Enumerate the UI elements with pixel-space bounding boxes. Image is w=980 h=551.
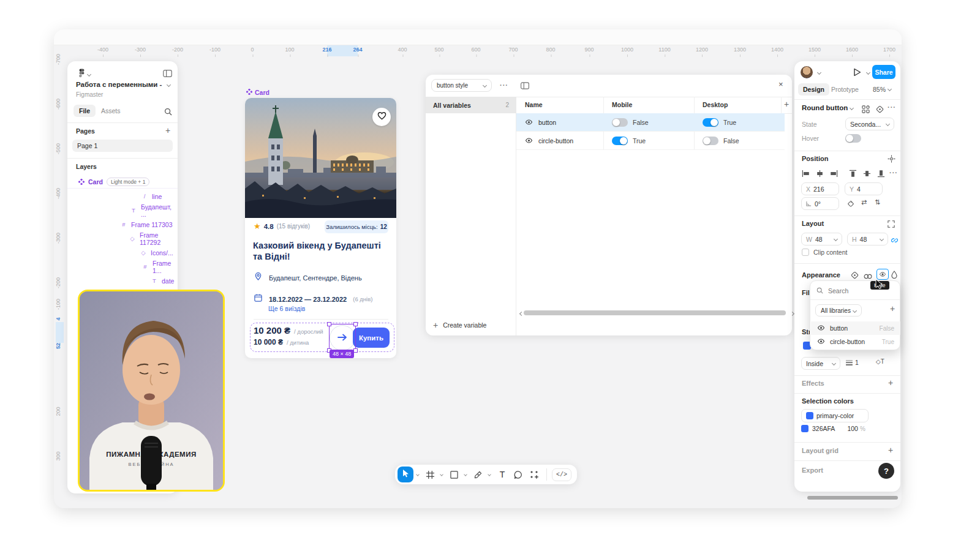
opacity-value[interactable]: 100 — [847, 425, 858, 432]
frame-tool[interactable] — [423, 467, 437, 482]
flip-horizontal-icon[interactable]: ⇄ — [861, 198, 867, 206]
layer-item[interactable]: /line — [67, 189, 178, 203]
state-dropdown[interactable]: Seconda... — [845, 118, 894, 130]
layer-item[interactable]: #Frame 1... — [67, 260, 178, 274]
tab-prototype[interactable]: Prototype — [826, 83, 864, 96]
column-header-name[interactable]: Name — [525, 101, 543, 108]
variable-row[interactable]: circle-button True False — [516, 132, 785, 150]
clip-content-checkbox[interactable] — [802, 249, 809, 256]
selection-handle-ne[interactable] — [353, 322, 358, 326]
canvas-scrollbar[interactable] — [807, 496, 898, 500]
stroke-position-dropdown[interactable]: Inside — [801, 357, 840, 370]
popover-add-button[interactable]: + — [890, 304, 895, 313]
eye-icon[interactable] — [817, 324, 825, 333]
modal-panel-toggle-icon[interactable] — [521, 81, 529, 92]
popover-variable-row[interactable]: buttonFalse — [811, 321, 900, 335]
selection-color-variable[interactable]: primary-color — [801, 409, 869, 422]
text-tool[interactable]: T — [495, 467, 510, 482]
align-top-icon[interactable] — [849, 169, 857, 180]
horizontal-scrollbar[interactable] — [524, 310, 786, 315]
pen-tool[interactable] — [470, 467, 485, 482]
figma-menu-button[interactable] — [78, 69, 91, 80]
align-right-icon[interactable] — [830, 169, 838, 180]
dev-mode-toggle[interactable]: </> — [552, 468, 571, 481]
mobile-toggle[interactable] — [612, 137, 628, 145]
more-options-button[interactable]: ··· — [888, 103, 896, 111]
desktop-toggle[interactable] — [703, 137, 718, 145]
comment-tool[interactable] — [511, 467, 526, 482]
scroll-left-arrow[interactable] — [519, 312, 524, 316]
selection-bounding-box[interactable] — [329, 324, 356, 351]
move-tool-selected[interactable] — [398, 467, 413, 482]
column-header-mobile[interactable]: Mobile — [612, 101, 632, 108]
chevron-down-icon[interactable] — [440, 473, 443, 476]
share-button[interactable]: Share — [872, 65, 895, 79]
selection-color-hex-row[interactable]: 326AFA 100 % — [801, 425, 865, 432]
variants-icon[interactable] — [862, 105, 870, 116]
selection-handle-nw[interactable] — [327, 322, 331, 326]
chevron-down-icon[interactable] — [464, 473, 467, 476]
tour-card[interactable]: ★ 4.8 (15 відгуків) Залишилось місць: 12… — [245, 98, 396, 358]
hover-toggle[interactable] — [845, 134, 861, 143]
resize-to-fit-icon[interactable] — [888, 219, 895, 230]
align-left-icon[interactable] — [802, 169, 810, 180]
stroke-weight-field[interactable]: 1 — [846, 359, 859, 366]
align-h-center-icon[interactable] — [816, 169, 824, 180]
layer-item[interactable]: ◇Frame 117292 — [67, 231, 178, 246]
desktop-toggle[interactable] — [703, 118, 718, 127]
chevron-down-icon[interactable] — [817, 70, 821, 75]
favorite-button[interactable] — [372, 108, 391, 126]
card-layer-label[interactable]: Card — [246, 89, 270, 96]
more-alignment-button[interactable]: ··· — [889, 169, 898, 176]
tab-assets[interactable]: Assets — [96, 105, 126, 117]
layer-item[interactable]: Tdate — [67, 274, 178, 288]
constraints-icon[interactable] — [888, 154, 895, 165]
collection-menu-button[interactable]: ··· — [500, 81, 508, 89]
mobile-toggle[interactable] — [612, 118, 628, 127]
rotation-field[interactable]: 0° — [801, 197, 839, 210]
selection-handle-se[interactable] — [353, 348, 358, 353]
more-trips-link[interactable]: Ще 6 виїздів — [268, 305, 305, 312]
present-button[interactable] — [853, 68, 861, 79]
layer-item[interactable]: TБудапешт, ... — [67, 203, 178, 217]
actions-tool[interactable] — [527, 467, 541, 482]
add-effect-button[interactable]: + — [888, 378, 893, 387]
apply-variable-icon[interactable] — [876, 105, 884, 116]
page-item-selected[interactable]: Page 1 — [72, 140, 173, 152]
sidebar-collapse-button[interactable] — [163, 69, 172, 80]
file-title-row[interactable]: Работа с переменными - ш... — [76, 81, 170, 88]
search-icon[interactable] — [164, 107, 172, 118]
eye-icon[interactable] — [525, 137, 533, 146]
add-column-button[interactable]: + — [784, 100, 789, 108]
chevron-down-icon[interactable] — [416, 473, 420, 476]
eye-icon[interactable] — [817, 337, 825, 347]
modal-close-button[interactable]: × — [778, 80, 783, 89]
tab-file[interactable]: File — [74, 105, 96, 117]
popover-variable-row[interactable]: circle-buttonTrue — [811, 335, 900, 348]
create-variable-button[interactable]: + Create variable — [433, 321, 486, 329]
avatar[interactable] — [801, 66, 813, 78]
libraries-dropdown[interactable]: All libraries — [815, 304, 862, 317]
selection-title[interactable]: Round button — [802, 104, 853, 111]
collection-dropdown[interactable]: button style — [431, 79, 492, 92]
x-position-field[interactable]: X216 — [801, 182, 839, 195]
align-bottom-icon[interactable] — [877, 169, 885, 180]
modal-sidebar-item-all-variables[interactable]: All variables 2 — [426, 97, 516, 113]
zoom-level[interactable]: 85% — [873, 86, 891, 93]
width-field[interactable]: W48 — [801, 233, 842, 246]
height-field[interactable]: H48 — [847, 233, 888, 246]
tab-design[interactable]: Design — [798, 83, 829, 96]
eye-icon[interactable] — [525, 118, 533, 127]
help-button[interactable]: ? — [878, 463, 894, 479]
layer-item[interactable]: #Frame 117303 — [67, 217, 178, 231]
flip-vertical-icon[interactable]: ⇅ — [875, 198, 880, 206]
add-page-button[interactable]: + — [165, 126, 170, 135]
stroke-advanced-icon[interactable]: ◇T — [876, 358, 884, 365]
variable-row[interactable]: button False True — [516, 113, 785, 132]
layer-item[interactable]: ◇Icons/... — [67, 246, 178, 260]
variant-mode-badge[interactable]: Light mode + 1 — [107, 178, 149, 186]
add-layout-grid-button[interactable]: + — [888, 446, 893, 454]
layer-item-card[interactable]: Card Light mode + 1 — [67, 175, 178, 189]
blend-droplet-icon[interactable] — [891, 270, 897, 281]
shape-tool[interactable] — [447, 467, 461, 482]
